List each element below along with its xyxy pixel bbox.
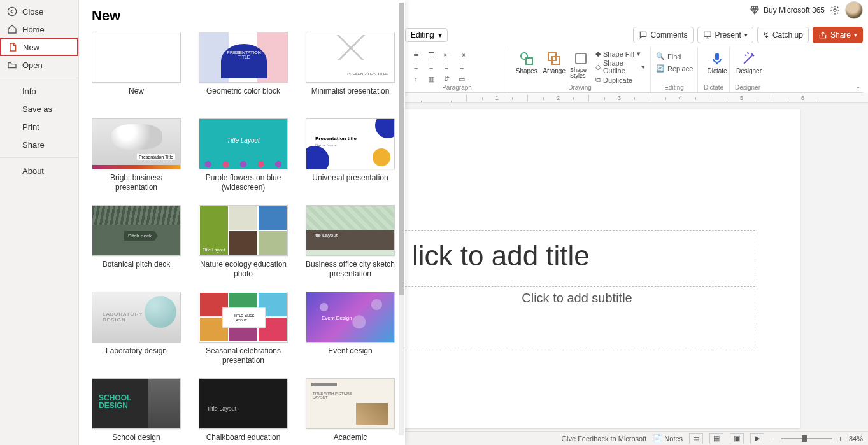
line-spacing-button[interactable]: ↕ — [410, 74, 422, 84]
find-button[interactable]: 🔍Find — [656, 52, 692, 60]
columns-button[interactable]: ▥ — [425, 74, 437, 84]
template-thumbnail — [199, 118, 288, 169]
editing-mode-dropdown[interactable]: Editing ▾ — [405, 28, 448, 42]
zoom-slider[interactable] — [781, 438, 832, 439]
zoom-out-button[interactable]: − — [771, 435, 774, 442]
shape-fill-button[interactable]: ◆Shape Fill▾ — [595, 50, 645, 58]
ruler-tick: 1 — [466, 95, 527, 101]
nav-info[interactable]: Info — [0, 82, 78, 100]
text-direction-button[interactable]: ⇵ — [441, 74, 452, 84]
normal-view-button[interactable]: ▭ — [689, 433, 703, 444]
template-item[interactable]: Minimalist presentation — [306, 32, 395, 106]
folder-open-icon — [7, 60, 17, 70]
share-icon — [818, 31, 827, 39]
template-label: Academic — [334, 433, 367, 445]
shapes-icon — [519, 51, 534, 66]
template-thumbnail: Title SlideLayout — [199, 292, 288, 343]
buy-microsoft-365[interactable]: Buy Microsoft 365 — [750, 5, 825, 15]
template-label: Laboratory design — [106, 346, 167, 365]
slide[interactable]: lick to add title Click to add subtitle — [405, 109, 800, 428]
nav-share[interactable]: Share — [0, 136, 78, 153]
present-icon — [703, 31, 712, 39]
present-button[interactable]: Present ▾ — [697, 27, 753, 43]
nav-save-as[interactable]: Save as — [0, 100, 78, 118]
template-thumbnail — [306, 205, 395, 256]
template-thumbnail — [92, 378, 181, 429]
designer-button[interactable]: Designer — [735, 50, 763, 74]
dictate-button[interactable]: Dictate — [703, 50, 731, 74]
template-item[interactable]: Botanical pitch deck — [92, 205, 181, 279]
template-item[interactable]: New — [92, 32, 181, 106]
template-item[interactable]: School design — [92, 378, 181, 445]
subtitle-placeholder[interactable]: Click to add subtitle — [405, 286, 755, 350]
mic-icon — [709, 51, 725, 66]
nav-home[interactable]: Home — [0, 20, 78, 38]
notes-button[interactable]: 📄 Notes — [653, 434, 683, 442]
comments-button[interactable]: Comments — [633, 27, 694, 43]
catchup-icon: ↯ — [763, 31, 769, 39]
ribbon: ≣ ≡ ↕ ☰ ≡ ▥ ⇤ ≡ ⇵ ⇥ ≡ ▭ Paragraph — [405, 47, 863, 93]
zoom-in-button[interactable]: + — [839, 435, 843, 442]
nav-close[interactable]: Close — [0, 3, 78, 20]
svg-rect-3 — [526, 58, 532, 64]
chevron-down-icon: ▾ — [744, 32, 748, 38]
nav-print[interactable]: Print — [0, 118, 78, 136]
bullets-button[interactable]: ≣ — [410, 50, 422, 60]
increase-indent-button[interactable]: ⇥ — [456, 50, 467, 60]
template-thumbnail: Title Layout — [199, 205, 288, 256]
premium-icon — [750, 5, 760, 15]
template-item[interactable]: Title SlideLayoutSeasonal celebrations p… — [199, 292, 288, 365]
justify-button[interactable]: ≡ — [456, 62, 467, 72]
file-nav: Close Home New Open Info Save as Print S… — [0, 0, 79, 445]
template-item[interactable]: Geometric color block — [199, 32, 288, 106]
nav-new[interactable]: New — [0, 38, 78, 56]
template-item[interactable]: Business office city sketch presentation — [306, 205, 395, 279]
align-left-button[interactable]: ≡ — [410, 62, 422, 72]
share-button[interactable]: Share ▾ — [813, 27, 863, 43]
shape-styles-button[interactable]: Shape Styles — [570, 50, 592, 79]
decrease-indent-button[interactable]: ⇤ — [441, 50, 452, 60]
template-item[interactable]: Presentation titleName NameUniversal pre… — [306, 118, 395, 192]
panel-scrollbar[interactable] — [399, 3, 404, 435]
shape-styles-icon — [573, 51, 588, 66]
user-avatar[interactable] — [845, 1, 863, 19]
nav-open[interactable]: Open — [0, 56, 78, 74]
scrollbar-thumb[interactable] — [399, 3, 404, 295]
slideshow-view-button[interactable]: ▶ — [750, 433, 764, 444]
template-item[interactable]: Chalkboard education — [199, 378, 288, 445]
catchup-button[interactable]: ↯ Catch up — [757, 27, 809, 43]
svg-rect-7 — [715, 53, 719, 60]
align-right-button[interactable]: ≡ — [441, 62, 452, 72]
template-item[interactable]: Bright business presentation — [92, 118, 181, 192]
feedback-link[interactable]: Give Feedback to Microsoft — [561, 435, 646, 442]
template-item[interactable]: Title LayoutNature ecology education pho… — [199, 205, 288, 279]
zoom-level[interactable]: 84% — [849, 435, 863, 442]
nav-about[interactable]: About — [0, 162, 78, 180]
template-item[interactable]: Event design — [306, 292, 395, 365]
template-item[interactable]: Laboratory design — [92, 292, 181, 365]
settings-icon[interactable] — [830, 5, 840, 15]
svg-point-8 — [8, 7, 16, 15]
numbering-button[interactable]: ☰ — [425, 50, 437, 60]
comment-icon — [639, 31, 648, 39]
template-label: School design — [112, 433, 160, 445]
ruler-tick: 2 — [527, 95, 588, 101]
reading-view-button[interactable]: ▣ — [730, 433, 744, 444]
replace-button[interactable]: 🔄Replace — [656, 64, 692, 73]
shape-outline-button[interactable]: ◇Shape Outline▾ — [595, 59, 645, 74]
ruler-tick: 4 — [650, 95, 711, 101]
template-item[interactable]: Academic — [306, 378, 395, 445]
shapes-button[interactable]: Shapes — [515, 50, 538, 74]
align-center-button[interactable]: ≡ — [425, 62, 437, 72]
template-thumbnail — [92, 118, 181, 169]
chevron-down-icon: ▾ — [438, 31, 442, 39]
template-label: Event design — [328, 346, 372, 365]
convert-smartart-button[interactable]: ▭ — [456, 74, 467, 84]
ribbon-expand-icon[interactable]: ⌄ — [855, 83, 860, 90]
fill-icon: ◆ — [595, 50, 601, 58]
title-placeholder[interactable]: lick to add title — [405, 230, 755, 281]
sorter-view-button[interactable]: ▦ — [709, 433, 723, 444]
arrange-button[interactable]: Arrange — [542, 50, 566, 74]
template-item[interactable]: Purple flowers on blue (widescreen) — [199, 118, 288, 192]
duplicate-button[interactable]: ⧉Duplicate — [595, 76, 645, 84]
